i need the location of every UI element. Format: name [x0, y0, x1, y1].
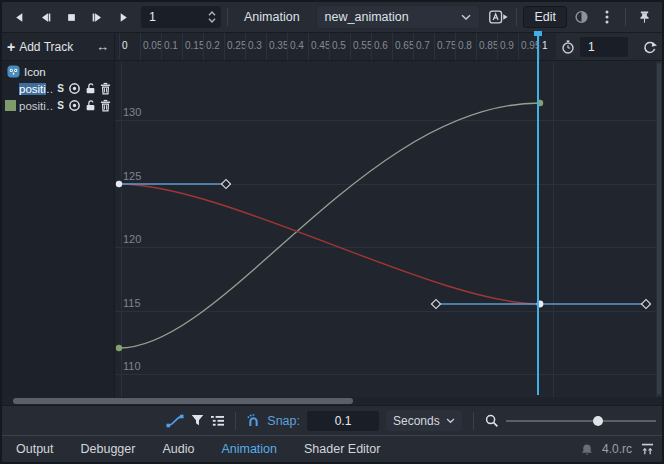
zoom-icon [485, 414, 499, 428]
snap-label: Snap: [267, 414, 300, 428]
node-row[interactable]: Icon [2, 63, 114, 80]
ruler-tick: 0.65 [392, 33, 413, 60]
chevron-down-icon [446, 418, 455, 424]
notification-bell-icon[interactable] [581, 443, 593, 456]
onion-skinning-button[interactable] [569, 5, 593, 29]
playback-toolbar: 1 Animation new_animation Edit [2, 2, 662, 33]
edit-filtered-tracks-button[interactable] [211, 415, 224, 427]
animation-menu-button[interactable]: Animation [234, 5, 310, 29]
current-time-value: 1 [141, 10, 208, 24]
animation-name-value: new_animation [325, 10, 409, 24]
ruler-tick: 0.25 [224, 33, 245, 60]
ruler-tick: 0.1 [161, 33, 182, 60]
ruler-tick: 0.2 [203, 33, 224, 60]
bottom-panel-tabs: Output Debugger Audio Animation Shader E… [2, 435, 662, 462]
clock-icon [561, 40, 575, 54]
bezier-editor-area: Icon positi… S positi… [2, 61, 662, 397]
track-row-position-y[interactable]: positi… S [2, 97, 114, 114]
curve-canvas[interactable]: 130 125 120 115 110 [115, 61, 662, 397]
godot-node-icon [7, 65, 20, 78]
play-from-start-button[interactable] [85, 5, 109, 29]
smooth-handle-icon[interactable]: S [57, 83, 64, 94]
handle-diamond[interactable] [431, 299, 440, 308]
pin-icon [639, 10, 650, 24]
tab-debugger[interactable]: Debugger [81, 442, 136, 456]
play-button[interactable] [111, 5, 135, 29]
handle-diamond[interactable] [641, 299, 650, 308]
keyframe-point[interactable] [116, 181, 122, 187]
snap-toggle-button[interactable] [247, 414, 260, 427]
onion-skinning-icon [574, 10, 589, 24]
play-backwards-from-end-button[interactable] [33, 5, 57, 29]
autoplay-icon [489, 10, 508, 24]
tab-shader-editor[interactable]: Shader Editor [304, 442, 380, 456]
animation-length-controls: 1 [556, 33, 662, 60]
ruler-tick: 0.3 [245, 33, 266, 60]
trash-icon[interactable] [100, 99, 111, 112]
ruler-tick: 0.8 [455, 33, 476, 60]
animation-name-dropdown[interactable]: new_animation [316, 5, 481, 29]
horizontal-scrollbar-handle[interactable] [13, 398, 353, 404]
zoom-slider-track[interactable] [506, 420, 656, 422]
ruler-tick: 0.6 [371, 33, 392, 60]
current-time-spinbox[interactable]: 1 [141, 6, 221, 28]
status-right-cluster: 4.0.rc [581, 442, 662, 456]
plus-icon: + [7, 39, 15, 55]
smooth-handle-icon[interactable]: S [57, 100, 64, 111]
horizontal-scrollbar[interactable] [2, 397, 662, 405]
play-backwards-button[interactable] [7, 5, 31, 29]
play-from-start-icon [91, 11, 104, 24]
tab-animation[interactable]: Animation [221, 442, 277, 456]
spinbox-arrows-icon[interactable] [208, 10, 221, 24]
track-color-swatch [5, 100, 16, 111]
add-track-button[interactable]: + Add Track ↔ [2, 33, 115, 60]
snap-units-dropdown[interactable]: Seconds [386, 410, 462, 431]
bezier-mode-button[interactable] [166, 414, 184, 428]
playhead-cap[interactable] [534, 31, 542, 36]
ruler-tick: 0 [119, 33, 140, 60]
loop-button[interactable] [642, 40, 657, 54]
tab-audio[interactable]: Audio [162, 442, 194, 456]
ruler-tick: 0.4 [287, 33, 308, 60]
playhead[interactable] [537, 31, 539, 395]
vertical-scrollbar-handle[interactable] [657, 63, 661, 395]
visibility-eye-icon[interactable] [68, 82, 81, 95]
snap-units-value: Seconds [393, 414, 440, 428]
gray-curve[interactable] [119, 103, 540, 348]
ruler-tick: 0.55 [350, 33, 371, 60]
filter-tracks-button[interactable] [191, 414, 204, 427]
zoom-slider-handle[interactable] [593, 416, 603, 426]
track-buttons: S [57, 82, 111, 95]
timeline-header: + Add Track ↔ 0 0.05 0.1 0.15 0.2 0.25 0… [2, 33, 662, 61]
autoplay-on-load-button[interactable] [486, 5, 510, 29]
visibility-eye-icon[interactable] [68, 99, 81, 112]
stop-button[interactable] [59, 5, 83, 29]
snap-step-input[interactable]: 0.1 [307, 411, 379, 431]
resize-tracks-icon[interactable]: ↔ [96, 39, 109, 54]
unlock-icon[interactable] [85, 99, 96, 112]
timeline-ruler[interactable]: 0 0.05 0.1 0.15 0.2 0.25 0.3 0.35 0.4 0.… [115, 33, 556, 60]
pin-animation-button[interactable] [632, 5, 656, 29]
ruler-tick: 0.15 [182, 33, 203, 60]
edit-button[interactable]: Edit [523, 6, 567, 28]
ruler-tick: 0.7 [413, 33, 434, 60]
red-curve[interactable] [119, 184, 540, 304]
godot-animation-editor-window: 1 Animation new_animation Edit [0, 0, 664, 464]
track-name-label: positi… [19, 100, 53, 112]
vertical-dots-menu-icon [605, 10, 609, 24]
track-row-position-x[interactable]: positi… S [2, 80, 114, 97]
trash-icon[interactable] [100, 82, 111, 95]
ruler-tick: 0.95 [518, 33, 539, 60]
unlock-icon[interactable] [85, 82, 96, 95]
vertical-scrollbar[interactable] [656, 61, 662, 397]
expand-bottom-panel-icon[interactable] [641, 443, 654, 455]
keyframe-point-green[interactable] [116, 345, 122, 351]
zoom-slider[interactable] [506, 411, 656, 431]
handle-diamond[interactable] [221, 179, 230, 188]
onion-options-button[interactable] [595, 5, 619, 29]
play-icon [117, 11, 130, 24]
snap-step-value: 0.1 [335, 414, 352, 428]
tab-output[interactable]: Output [16, 442, 54, 456]
play-backwards-icon [13, 11, 26, 24]
animation-length-input[interactable]: 1 [580, 37, 628, 57]
